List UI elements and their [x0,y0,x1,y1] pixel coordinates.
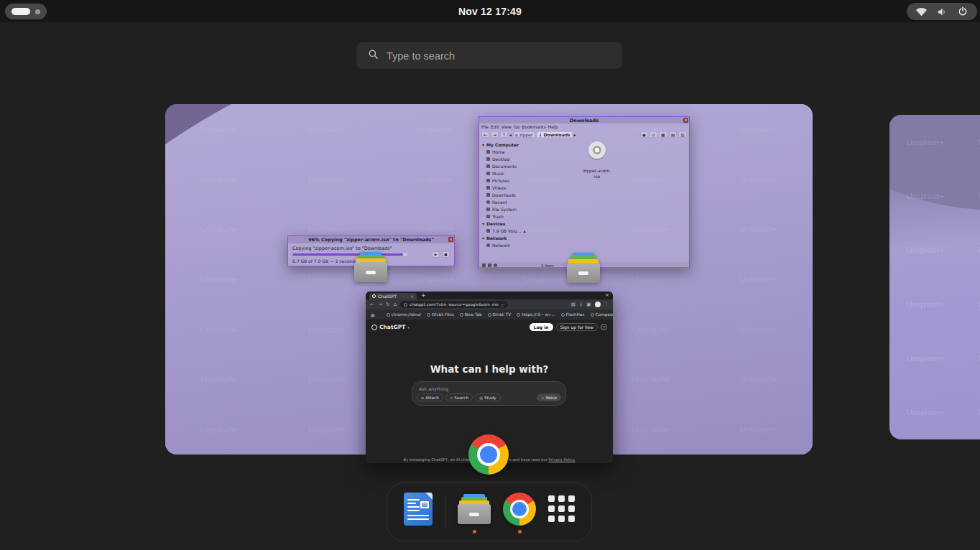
new-tab-icon[interactable] [488,264,491,267]
close-button[interactable]: × [683,118,688,123]
sidebar-section-network[interactable]: ▾Network [482,234,535,241]
bookmark-dino[interactable]: chrome://dino/ [387,312,421,317]
login-button[interactable]: Log in [530,323,553,331]
eject-icon[interactable]: ▴ [524,228,526,233]
workspace-indicator[interactable] [5,4,47,19]
file-manager-window[interactable]: Downloads × File Edit View Go Bookmarks … [479,116,690,268]
chevron-down-icon[interactable]: ▾ [407,325,410,330]
apps-grid-icon[interactable]: ▦ [371,312,375,317]
extensions-icon[interactable]: ▣ [586,302,591,307]
find-icon[interactable]: ⊙ [650,131,657,138]
window-close-button[interactable]: × [605,292,609,298]
reload-icon[interactable]: ↻ [386,302,390,307]
files-app-badge[interactable] [567,253,600,283]
profile-avatar[interactable] [595,302,601,307]
bookmark-new-tab[interactable]: New Tab [460,312,482,317]
file-zipper-acorn-iso[interactable]: zipper-acorn. iso [573,141,621,179]
window-titlebar[interactable]: Downloads × [479,117,689,123]
sidebar-item-downloads[interactable]: Downloads [482,191,535,198]
bookmark-ghibli-tv[interactable]: Ghibli TV [488,312,512,317]
file-list-area[interactable]: zipper-acorn. iso [535,139,689,262]
sidebar-item-music[interactable]: Music [482,169,535,177]
voice-button[interactable]: ≈Voice [537,393,561,401]
site-info-icon[interactable] [404,303,407,307]
sidebar-item-volume[interactable]: 7.9 GB Volu...▴ [482,227,535,234]
sidebar-item-videos[interactable]: Videos [482,184,535,191]
dock-item-writer[interactable] [404,491,433,533]
dock-item-files[interactable] [458,491,491,533]
dock-item-chrome[interactable] [503,491,536,533]
prompt-placeholder[interactable]: Ask anything [419,386,448,391]
sidebar-item-trash[interactable]: Trash [482,213,535,220]
side-panel-icon[interactable]: ▤ [571,302,575,307]
menu-kebab-icon[interactable]: ⋮ [604,302,609,307]
menu-bookmarks[interactable]: Bookmarks [522,124,546,129]
menu-edit[interactable]: Edit [491,124,499,129]
crumb-next-icon[interactable]: ▸ [574,132,576,137]
menu-go[interactable]: Go [514,124,519,129]
bookmark-flashhax[interactable]: FlashHax [561,312,585,317]
sidebar-item-desktop[interactable]: Desktop [482,155,535,162]
system-status-area[interactable] [907,3,977,20]
bookmark-compass[interactable]: Compass Lear... [591,312,613,317]
address-bar[interactable]: chatgpt.com/?utm_source=google&utm_mediu… [400,301,508,308]
study-button[interactable]: ▤Study [475,393,500,401]
icon-view-toggle[interactable]: ▦ [659,131,667,138]
location-icon[interactable]: ◉ [640,131,648,138]
sidebar-item-recent[interactable]: Recent [482,198,535,205]
compact-view-toggle[interactable]: ▥ [678,131,687,138]
breadcrumb-downloads[interactable]: ↓ Downloads [537,131,573,138]
resume-button[interactable]: ▶ [432,251,440,258]
bookmark-ghibli-files[interactable]: Ghibli Files [427,312,454,317]
close-button[interactable]: × [448,237,453,242]
sidebar-section-computer[interactable]: ▾My Computer [482,141,535,148]
bookmark-star-icon[interactable]: ☆ [501,302,504,307]
home-icon[interactable]: ⌂ [394,302,397,307]
sidebar-item-pictures[interactable]: Pictures [482,177,535,184]
split-view-icon[interactable] [494,264,497,267]
sidebar-item-home[interactable]: Home [482,148,535,155]
list-view-toggle[interactable]: ▤ [669,131,678,138]
dialog-titlebar[interactable]: 96% Copying "zipper-acorn.iso" to "Downl… [288,236,454,243]
forward-icon[interactable]: → [378,302,382,307]
copy-message: Copying "zipper-acorn.iso" to "Downloads… [292,246,392,251]
clock[interactable]: Nov 12 17:49 [458,6,522,17]
menu-view[interactable]: View [501,124,512,129]
globe-icon [387,313,390,317]
tab-chatgpt[interactable]: ChatGPT × [369,293,417,299]
stop-button[interactable]: ■ [442,251,450,258]
search-bar[interactable] [356,42,622,69]
workspace-preview-next[interactable]: Unsplash+Unsplash+Unsplash+Unsplash+Unsp… [889,115,980,439]
new-tab-button[interactable]: + [421,292,426,299]
sidebar-item-documents[interactable]: Documents [482,162,535,169]
tab-close-icon[interactable]: × [410,294,414,299]
bookmark-r5-sn[interactable]: https://r5---sn-... [517,312,555,317]
prompt-composer[interactable]: Ask anything ⊕Attach ⊙Search ▤Study ≈Voi… [412,381,566,406]
help-icon[interactable]: ? [601,324,607,330]
sidebar: ▾My Computer Home Desktop Documents Musi… [479,139,535,262]
privacy-policy-link[interactable]: Privacy Policy. [549,457,575,462]
sidebar-item-network[interactable]: Network [482,241,535,248]
menu-file[interactable]: File [481,124,489,129]
menu-help[interactable]: Help [548,124,558,129]
new-folder-icon[interactable] [482,264,486,267]
back-icon[interactable]: ← [370,302,374,307]
up-button[interactable]: ↑ [500,131,508,138]
forward-button[interactable]: → [491,131,499,138]
files-app-badge[interactable] [354,252,387,282]
attach-button[interactable]: ⊕Attach [417,393,443,401]
crumb-prev-icon[interactable]: ◂ [509,132,512,137]
back-button[interactable]: ← [481,131,489,138]
workspace-active-pill[interactable] [11,8,30,15]
workspace-dot[interactable] [35,9,40,14]
chrome-app-badge[interactable] [468,434,509,475]
search-input[interactable] [387,50,611,62]
sidebar-section-devices[interactable]: ▾Devices [482,220,535,227]
chatgpt-brand[interactable]: ChatGPT [379,324,405,330]
breadcrumb-home[interactable]: ⌂ zipper [513,131,535,138]
signup-button[interactable]: Sign up for free [556,323,598,331]
dock-item-app-grid[interactable] [548,491,575,533]
downloads-icon[interactable]: ↓ [579,302,583,307]
sidebar-item-filesystem[interactable]: File System [482,205,535,213]
web-search-button[interactable]: ⊙Search [445,393,473,401]
